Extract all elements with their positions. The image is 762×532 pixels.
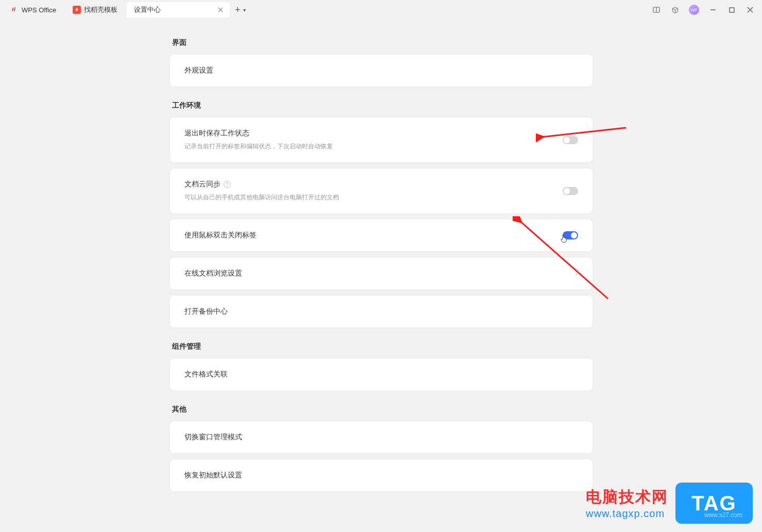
minimize-button[interactable]	[708, 5, 718, 14]
row-appearance[interactable]: 外观设置	[170, 55, 592, 87]
avatar-initials: WP	[691, 8, 698, 12]
row-online-browse-label: 在线文档浏览设置	[184, 269, 575, 278]
tab-settings-label: 设置中心	[134, 5, 161, 14]
row-restore-default[interactable]: 恢复初始默认设置	[170, 459, 592, 491]
row-cloud-sync: 文档云同步 ? 可以从自己的手机或其他电脑访问这台电脑打开过的文档	[170, 168, 592, 213]
row-backup-center-label: 打开备份中心	[184, 307, 578, 316]
tab-home[interactable]: WPS Office	[3, 2, 63, 18]
card-restore-default: 恢复初始默认设置	[170, 459, 592, 491]
row-backup-center[interactable]: 打开备份中心	[170, 296, 592, 328]
row-file-assoc[interactable]: 文件格式关联	[170, 358, 592, 390]
card-dblclick-close: 使用鼠标双击关闭标签	[170, 219, 592, 251]
toggle-save-state[interactable]	[563, 136, 578, 144]
tab-template[interactable]: 找稻壳模板	[65, 2, 125, 18]
maximize-button[interactable]	[727, 5, 736, 14]
row-save-state-label: 退出时保存工作状态	[184, 129, 563, 138]
row-appearance-label: 外观设置	[184, 66, 578, 75]
tab-template-label: 找稻壳模板	[84, 5, 117, 14]
row-window-mode[interactable]: 切换窗口管理模式	[170, 421, 592, 453]
row-save-state: 退出时保存工作状态 记录当前打开的标签和编辑状态，下次启动时自动恢复	[170, 117, 592, 162]
card-file-assoc: 文件格式关联	[170, 358, 592, 390]
tab-settings[interactable]: 设置中心	[127, 2, 230, 18]
card-appearance: 外观设置	[170, 55, 592, 87]
section-title-other: 其他	[170, 405, 592, 414]
new-tab-controls: + ▾	[235, 5, 246, 14]
section-title-components: 组件管理	[170, 342, 592, 351]
card-save-state: 退出时保存工作状态 记录当前打开的标签和编辑状态，下次启动时自动恢复	[170, 117, 592, 162]
cloud-sync-text: 文档云同步	[184, 180, 221, 189]
new-tab-dropdown-icon[interactable]: ▾	[243, 7, 246, 13]
toggle-cloud-sync[interactable]	[563, 187, 578, 195]
row-window-mode-label: 切换窗口管理模式	[184, 433, 578, 442]
card-backup-center: 打开备份中心	[170, 296, 592, 328]
card-cloud-sync: 文档云同步 ? 可以从自己的手机或其他电脑访问这台电脑打开过的文档	[170, 168, 592, 213]
panel-icon[interactable]	[652, 5, 661, 14]
row-cloud-sync-label: 文档云同步 ?	[184, 180, 563, 189]
row-file-assoc-label: 文件格式关联	[184, 370, 578, 379]
tab-home-label: WPS Office	[22, 6, 56, 14]
row-cloud-sync-sub: 可以从自己的手机或其他电脑访问这台电脑打开过的文档	[184, 193, 563, 202]
settings-page: 界面 外观设置 工作环境 退出时保存工作状态 记录当前打开的标签和编辑状态，下次…	[0, 20, 762, 532]
card-window-mode: 切换窗口管理模式	[170, 421, 592, 453]
row-dblclick-close-label: 使用鼠标双击关闭标签	[184, 231, 563, 240]
title-bar: WPS Office 找稻壳模板 设置中心 + ▾ WP	[0, 0, 762, 20]
chevron-right-icon: ›	[575, 269, 578, 278]
row-save-state-sub: 记录当前打开的标签和编辑状态，下次启动时自动恢复	[184, 142, 563, 151]
close-tab-icon[interactable]	[216, 6, 225, 14]
card-online-browse: 在线文档浏览设置 ›	[170, 258, 592, 289]
svg-rect-3	[730, 8, 734, 12]
section-title-workenv: 工作环境	[170, 101, 592, 110]
docer-logo-icon	[73, 6, 81, 14]
new-tab-button[interactable]: +	[235, 5, 241, 14]
toggle-dblclick-close[interactable]	[563, 231, 578, 239]
wps-logo-icon	[10, 6, 19, 14]
info-icon[interactable]: ?	[224, 181, 231, 188]
row-dblclick-close: 使用鼠标双击关闭标签	[170, 219, 592, 251]
user-avatar[interactable]: WP	[689, 5, 699, 15]
window-controls: WP	[645, 0, 762, 20]
row-restore-default-label: 恢复初始默认设置	[184, 471, 578, 480]
settings-content: 界面 外观设置 工作环境 退出时保存工作状态 记录当前打开的标签和编辑状态，下次…	[170, 20, 592, 491]
section-title-interface: 界面	[170, 38, 592, 47]
cube-icon[interactable]	[670, 5, 680, 14]
close-window-button[interactable]	[746, 5, 755, 14]
row-online-browse[interactable]: 在线文档浏览设置 ›	[170, 258, 592, 289]
